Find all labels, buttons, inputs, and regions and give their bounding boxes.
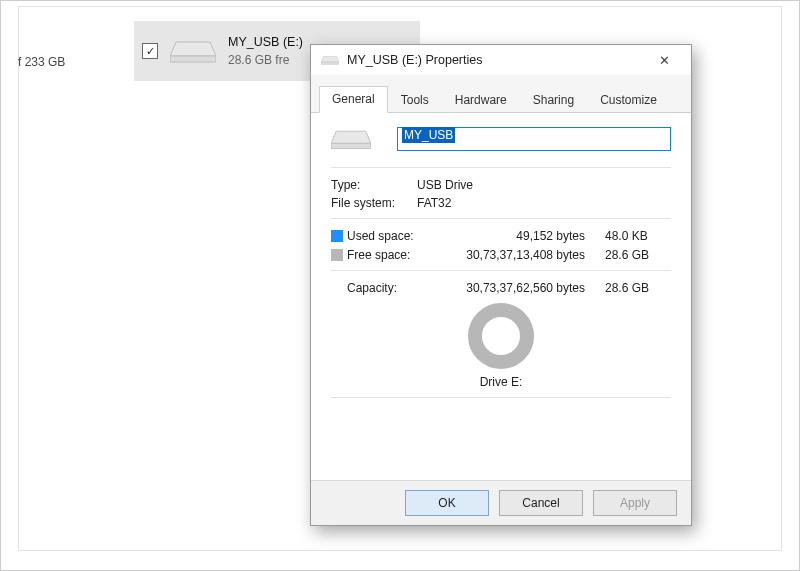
close-button[interactable]: ✕	[647, 48, 681, 72]
svg-point-6	[475, 310, 527, 362]
close-icon: ✕	[659, 53, 670, 68]
blank-area	[331, 408, 671, 468]
apply-button[interactable]: Apply	[593, 490, 677, 516]
cancel-button[interactable]: Cancel	[499, 490, 583, 516]
tab-strip: General Tools Hardware Sharing Customize	[311, 76, 691, 113]
svg-rect-3	[321, 62, 339, 64]
filesystem-value: FAT32	[417, 196, 451, 210]
body-drive-icon	[331, 127, 371, 151]
free-space-bytes: 30,73,37,13,408 bytes	[441, 248, 605, 262]
drive-item-subtitle: 28.6 GB fre	[228, 53, 303, 67]
separator	[331, 218, 671, 219]
tab-hardware[interactable]: Hardware	[442, 87, 520, 113]
separator	[331, 270, 671, 271]
dialog-title: MY_USB (E:) Properties	[347, 53, 647, 67]
free-space-swatch	[331, 249, 343, 261]
separator	[331, 397, 671, 398]
usage-donut-icon	[468, 303, 534, 369]
drive-item-checkbox[interactable]: ✓	[142, 43, 158, 59]
svg-marker-4	[331, 131, 371, 143]
drive-icon	[170, 38, 216, 64]
type-label: Type:	[331, 178, 417, 192]
dialog-footer: OK Cancel Apply	[311, 480, 691, 525]
tab-customize[interactable]: Customize	[587, 87, 670, 113]
tab-sharing[interactable]: Sharing	[520, 87, 587, 113]
svg-marker-0	[170, 42, 216, 56]
dialog-body: MY_USB Type:USB Drive File system:FAT32 …	[311, 113, 691, 480]
tab-general[interactable]: General	[319, 86, 388, 113]
svg-rect-1	[170, 56, 216, 62]
svg-marker-2	[321, 56, 339, 61]
titlebar-drive-icon	[321, 54, 339, 66]
used-space-bytes: 49,152 bytes	[441, 229, 605, 243]
ok-button[interactable]: OK	[405, 490, 489, 516]
free-space-human: 28.6 GB	[605, 248, 671, 262]
type-value: USB Drive	[417, 178, 473, 192]
drive-item-title: MY_USB (E:)	[228, 35, 303, 49]
separator	[331, 167, 671, 168]
capacity-human: 28.6 GB	[605, 281, 671, 295]
check-icon: ✓	[146, 45, 155, 58]
tab-tools[interactable]: Tools	[388, 87, 442, 113]
filesystem-label: File system:	[331, 196, 417, 210]
volume-label-value: MY_USB	[402, 127, 455, 143]
volume-label-input[interactable]: MY_USB	[397, 127, 671, 151]
used-space-swatch	[331, 230, 343, 242]
svg-rect-5	[331, 143, 371, 148]
properties-dialog: MY_USB (E:) Properties ✕ General Tools H…	[310, 44, 692, 526]
used-space-label: Used space:	[347, 229, 441, 243]
capacity-bytes: 30,73,37,62,560 bytes	[441, 281, 605, 295]
capacity-label: Capacity:	[331, 281, 441, 295]
used-space-human: 48.0 KB	[605, 229, 671, 243]
free-space-label: Free space:	[347, 248, 441, 262]
titlebar[interactable]: MY_USB (E:) Properties ✕	[311, 45, 691, 76]
local-disk-free-text: f 233 GB	[18, 55, 65, 69]
donut-caption: Drive E:	[480, 375, 523, 389]
